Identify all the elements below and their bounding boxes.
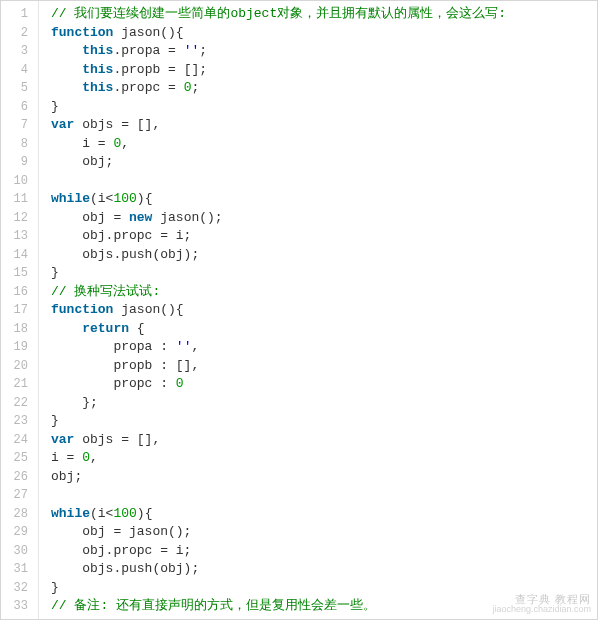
token-plain: } bbox=[51, 580, 59, 595]
line-number: 22 bbox=[1, 394, 38, 413]
token-plain: propb : [], bbox=[51, 358, 199, 373]
token-plain: i = bbox=[51, 450, 82, 465]
code-line: // 换种写法试试: bbox=[51, 283, 597, 302]
token-plain: ; bbox=[191, 80, 199, 95]
token-kw: var bbox=[51, 432, 74, 447]
line-number: 31 bbox=[1, 560, 38, 579]
code-line: this.propa = ''; bbox=[51, 42, 597, 61]
token-plain bbox=[51, 62, 82, 77]
token-plain: , bbox=[121, 136, 129, 151]
token-plain: ){ bbox=[137, 506, 153, 521]
token-str: '' bbox=[176, 339, 192, 354]
line-number: 33 bbox=[1, 597, 38, 616]
code-line: } bbox=[51, 264, 597, 283]
code-line: i = 0, bbox=[51, 135, 597, 154]
token-plain: jason(){ bbox=[113, 302, 183, 317]
line-number: 23 bbox=[1, 412, 38, 431]
line-number: 25 bbox=[1, 449, 38, 468]
token-plain: jason(){ bbox=[113, 25, 183, 40]
token-plain: (i< bbox=[90, 191, 113, 206]
line-number: 4 bbox=[1, 61, 38, 80]
line-number: 17 bbox=[1, 301, 38, 320]
code-line: }; bbox=[51, 394, 597, 413]
token-kw: this bbox=[82, 43, 113, 58]
code-line: this.propb = []; bbox=[51, 61, 597, 80]
code-line: // 我们要连续创建一些简单的object对象，并且拥有默认的属性，会这么写: bbox=[51, 5, 597, 24]
token-kw: return bbox=[82, 321, 129, 336]
line-number: 29 bbox=[1, 523, 38, 542]
token-kw: var bbox=[51, 117, 74, 132]
line-number-gutter: 1234567891011121314151617181920212223242… bbox=[1, 1, 39, 619]
token-plain: } bbox=[51, 99, 59, 114]
code-line: propc : 0 bbox=[51, 375, 597, 394]
line-number: 19 bbox=[1, 338, 38, 357]
line-number: 18 bbox=[1, 320, 38, 339]
token-plain: propa : bbox=[51, 339, 176, 354]
token-kw: while bbox=[51, 191, 90, 206]
token-kw: function bbox=[51, 25, 113, 40]
token-plain: .propa = bbox=[113, 43, 183, 58]
line-number: 28 bbox=[1, 505, 38, 524]
token-plain: } bbox=[51, 265, 59, 280]
line-number: 10 bbox=[1, 172, 38, 191]
token-num: 0 bbox=[82, 450, 90, 465]
code-line: return { bbox=[51, 320, 597, 339]
token-plain: objs = [], bbox=[74, 117, 160, 132]
line-number: 1 bbox=[1, 5, 38, 24]
token-kw: new bbox=[129, 210, 152, 225]
line-number: 12 bbox=[1, 209, 38, 228]
code-line: } bbox=[51, 98, 597, 117]
token-plain: obj; bbox=[51, 469, 82, 484]
token-kw: while bbox=[51, 506, 90, 521]
line-number: 27 bbox=[1, 486, 38, 505]
token-plain bbox=[51, 321, 82, 336]
token-plain: objs = [], bbox=[74, 432, 160, 447]
code-line: while(i<100){ bbox=[51, 505, 597, 524]
code-area: // 我们要连续创建一些简单的object对象，并且拥有默认的属性，会这么写:f… bbox=[39, 1, 597, 619]
line-number: 6 bbox=[1, 98, 38, 117]
token-plain: obj.propc = i; bbox=[51, 228, 191, 243]
token-comment: // 备注: 还有直接声明的方式，但是复用性会差一些。 bbox=[51, 598, 376, 613]
token-plain bbox=[51, 43, 82, 58]
line-number: 21 bbox=[1, 375, 38, 394]
token-plain bbox=[51, 80, 82, 95]
token-plain: { bbox=[129, 321, 145, 336]
line-number: 15 bbox=[1, 264, 38, 283]
token-plain: jason(); bbox=[152, 210, 222, 225]
line-number: 30 bbox=[1, 542, 38, 561]
token-plain: objs.push(obj); bbox=[51, 561, 199, 576]
line-number: 13 bbox=[1, 227, 38, 246]
line-number: 3 bbox=[1, 42, 38, 61]
line-number: 2 bbox=[1, 24, 38, 43]
code-line: obj = jason(); bbox=[51, 523, 597, 542]
line-number: 26 bbox=[1, 468, 38, 487]
code-line: propa : '', bbox=[51, 338, 597, 357]
token-kw: function bbox=[51, 302, 113, 317]
token-comment: // 我们要连续创建一些简单的object对象，并且拥有默认的属性，会这么写: bbox=[51, 6, 506, 21]
code-line: var objs = [], bbox=[51, 116, 597, 135]
code-line: function jason(){ bbox=[51, 24, 597, 43]
line-number: 7 bbox=[1, 116, 38, 135]
token-plain: objs.push(obj); bbox=[51, 247, 199, 262]
code-line bbox=[51, 172, 597, 191]
token-num: 100 bbox=[113, 191, 136, 206]
token-plain bbox=[51, 487, 59, 502]
code-block: 1234567891011121314151617181920212223242… bbox=[0, 0, 598, 620]
token-plain: } bbox=[51, 413, 59, 428]
line-number: 20 bbox=[1, 357, 38, 376]
token-comment: // 换种写法试试: bbox=[51, 284, 160, 299]
line-number: 5 bbox=[1, 79, 38, 98]
code-line: obj.propc = i; bbox=[51, 542, 597, 561]
token-plain: obj.propc = i; bbox=[51, 543, 191, 558]
token-kw: this bbox=[82, 62, 113, 77]
token-plain bbox=[51, 173, 59, 188]
code-line: propb : [], bbox=[51, 357, 597, 376]
line-number: 11 bbox=[1, 190, 38, 209]
token-plain: propc : bbox=[51, 376, 176, 391]
code-line: objs.push(obj); bbox=[51, 560, 597, 579]
code-line: obj = new jason(); bbox=[51, 209, 597, 228]
token-plain: .propc = bbox=[113, 80, 183, 95]
line-number: 32 bbox=[1, 579, 38, 598]
code-line bbox=[51, 486, 597, 505]
token-plain: (i< bbox=[90, 506, 113, 521]
